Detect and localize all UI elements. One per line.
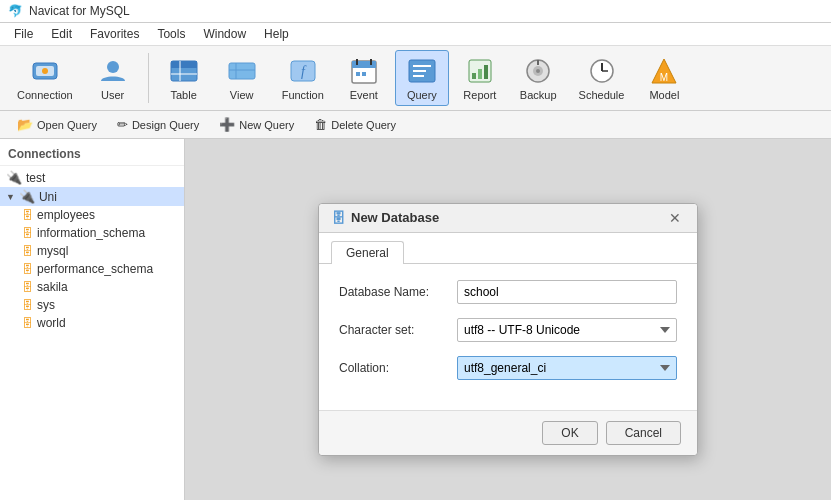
svg-rect-5 — [171, 61, 197, 68]
sidebar-item-performance-schema-label: performance_schema — [37, 262, 153, 276]
sidebar-item-test-label: test — [26, 171, 45, 185]
toolbar-backup-label: Backup — [520, 89, 557, 101]
database-name-input[interactable] — [457, 280, 677, 304]
sidebar-item-information-schema[interactable]: 🗄 information_schema — [0, 224, 184, 242]
sidebar-header: Connections — [0, 143, 184, 166]
sidebar-item-performance-schema[interactable]: 🗄 performance_schema — [0, 260, 184, 278]
toolbar-user[interactable]: User — [86, 50, 140, 106]
toolbar-query[interactable]: Query — [395, 50, 449, 106]
toolbar-model[interactable]: M Model — [637, 50, 691, 106]
performance-schema-db-icon: 🗄 — [22, 263, 33, 275]
sidebar-item-sys-label: sys — [37, 298, 55, 312]
delete-query-label: Delete Query — [331, 119, 396, 131]
open-query-btn[interactable]: 📂 Open Query — [8, 114, 106, 135]
cancel-button[interactable]: Cancel — [606, 421, 681, 445]
menu-tools[interactable]: Tools — [149, 25, 193, 43]
character-set-row: Character set: utf8 -- UTF-8 Unicode — [339, 318, 677, 342]
new-query-label: New Query — [239, 119, 294, 131]
toolbar-event[interactable]: Event — [337, 50, 391, 106]
svg-rect-8 — [229, 63, 255, 79]
dialog-close-button[interactable]: ✕ — [665, 210, 685, 226]
dialog-tab-general[interactable]: General — [331, 241, 404, 264]
svg-point-3 — [107, 61, 119, 73]
dialog-title-group: 🗄 New Database — [331, 210, 439, 226]
menu-file[interactable]: File — [6, 25, 41, 43]
app-title: Navicat for MySQL — [29, 4, 130, 18]
app-icon: 🐬 — [8, 4, 23, 18]
content-area: 🗄 New Database ✕ General Database Name: — [185, 139, 831, 500]
new-query-btn[interactable]: ➕ New Query — [210, 114, 303, 135]
svg-rect-25 — [478, 69, 482, 79]
backup-icon — [522, 55, 554, 87]
menu-edit[interactable]: Edit — [43, 25, 80, 43]
svg-rect-24 — [472, 73, 476, 79]
sidebar-item-sakila[interactable]: 🗄 sakila — [0, 278, 184, 296]
toolbar-backup[interactable]: Backup — [511, 50, 566, 106]
function-icon: f — [287, 55, 319, 87]
toolbar-connection[interactable]: Connection — [8, 50, 82, 106]
character-set-select[interactable]: utf8 -- UTF-8 Unicode — [457, 318, 677, 342]
main-area: Connections 🔌 test ▼ 🔌 Uni 🗄 employees 🗄… — [0, 139, 831, 500]
toolbar-view[interactable]: View — [215, 50, 269, 106]
menu-window[interactable]: Window — [195, 25, 254, 43]
dialog-tabs: General — [319, 233, 697, 264]
report-icon — [464, 55, 496, 87]
new-query-icon: ➕ — [219, 117, 235, 132]
subtoolbar: 📂 Open Query ✏ Design Query ➕ New Query … — [0, 111, 831, 139]
toolbar-schedule[interactable]: Schedule — [570, 50, 634, 106]
menu-help[interactable]: Help — [256, 25, 297, 43]
sidebar: Connections 🔌 test ▼ 🔌 Uni 🗄 employees 🗄… — [0, 139, 185, 500]
design-query-label: Design Query — [132, 119, 199, 131]
connection-icon — [29, 55, 61, 87]
dialog-title: New Database — [351, 210, 439, 225]
collation-row: Collation: utf8_general_ci — [339, 356, 677, 380]
modal-backdrop: 🗄 New Database ✕ General Database Name: — [185, 139, 831, 500]
database-name-label: Database Name: — [339, 285, 449, 299]
svg-point-29 — [536, 69, 540, 73]
open-query-label: Open Query — [37, 119, 97, 131]
sidebar-item-uni[interactable]: ▼ 🔌 Uni — [0, 187, 184, 206]
schedule-icon — [586, 55, 618, 87]
delete-query-icon: 🗑 — [314, 117, 327, 132]
menu-bar: File Edit Favorites Tools Window Help — [0, 23, 831, 46]
sidebar-item-information-schema-label: information_schema — [37, 226, 145, 240]
uni-expand-icon: ▼ — [6, 192, 15, 202]
dialog-footer: OK Cancel — [319, 410, 697, 455]
sys-db-icon: 🗄 — [22, 299, 33, 311]
menu-favorites[interactable]: Favorites — [82, 25, 147, 43]
toolbar-table[interactable]: Table — [157, 50, 211, 106]
design-query-btn[interactable]: ✏ Design Query — [108, 114, 208, 135]
svg-rect-14 — [352, 61, 376, 68]
toolbar-schedule-label: Schedule — [579, 89, 625, 101]
database-name-row: Database Name: — [339, 280, 677, 304]
toolbar-view-label: View — [230, 89, 254, 101]
table-icon — [168, 55, 200, 87]
employees-db-icon: 🗄 — [22, 209, 33, 221]
mysql-db-icon: 🗄 — [22, 245, 33, 257]
character-set-label: Character set: — [339, 323, 449, 337]
svg-rect-17 — [356, 72, 360, 76]
sidebar-item-sys[interactable]: 🗄 sys — [0, 296, 184, 314]
sidebar-item-test[interactable]: 🔌 test — [0, 168, 184, 187]
sidebar-item-world-label: world — [37, 316, 66, 330]
sidebar-item-mysql-label: mysql — [37, 244, 68, 258]
sidebar-item-employees[interactable]: 🗄 employees — [0, 206, 184, 224]
svg-rect-26 — [484, 65, 488, 79]
sidebar-item-uni-label: Uni — [39, 190, 57, 204]
dialog-db-icon: 🗄 — [331, 210, 345, 226]
title-bar: 🐬 Navicat for MySQL — [0, 0, 831, 23]
toolbar-function[interactable]: f Function — [273, 50, 333, 106]
toolbar-report[interactable]: Report — [453, 50, 507, 106]
toolbar-function-label: Function — [282, 89, 324, 101]
collation-select[interactable]: utf8_general_ci — [457, 356, 677, 380]
svg-text:M: M — [660, 72, 668, 83]
sidebar-item-mysql[interactable]: 🗄 mysql — [0, 242, 184, 260]
toolbar-event-label: Event — [350, 89, 378, 101]
delete-query-btn[interactable]: 🗑 Delete Query — [305, 114, 405, 135]
sidebar-item-employees-label: employees — [37, 208, 95, 222]
information-schema-db-icon: 🗄 — [22, 227, 33, 239]
ok-button[interactable]: OK — [542, 421, 597, 445]
dialog-body: Database Name: Character set: utf8 -- UT… — [319, 264, 697, 410]
sidebar-item-world[interactable]: 🗄 world — [0, 314, 184, 332]
toolbar-query-label: Query — [407, 89, 437, 101]
